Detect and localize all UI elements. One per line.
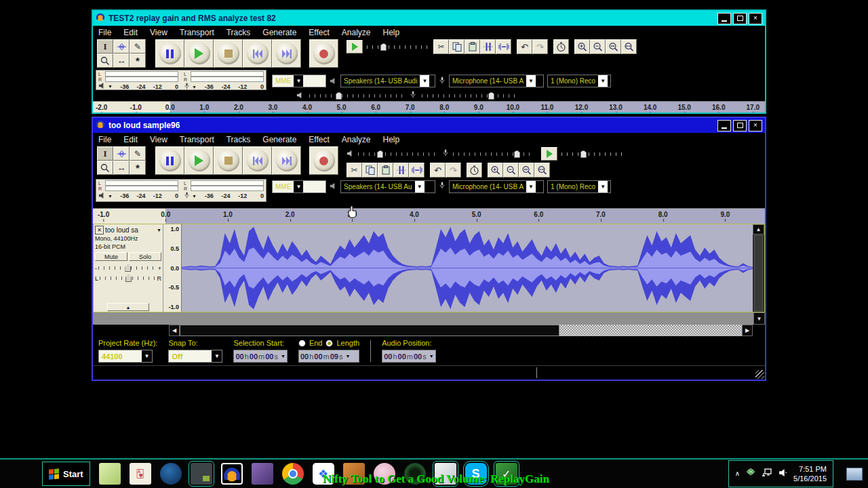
selection-start-field[interactable]: 00h00m00s▼ [233, 350, 287, 363]
fit-selection-button[interactable] [606, 39, 621, 54]
multi-tool-button[interactable]: * [130, 161, 146, 175]
input-device-select[interactable]: Microphone (14- USB A▼ [449, 75, 544, 87]
snap-to-select[interactable]: Off▼ [168, 350, 222, 363]
horizontal-scroll-track[interactable] [559, 325, 742, 336]
undo-button[interactable]: ↶ [430, 163, 446, 178]
input-meter[interactable]: LR▼-36-24-120 [184, 180, 264, 201]
titlebar-test2[interactable]: TEST2 replay gain and RMS analyze test 8… [93, 11, 765, 26]
close-icon[interactable]: × [749, 13, 762, 24]
taskbar-icon-solitaire[interactable]: 🂱 [130, 463, 151, 485]
timeline-ruler[interactable]: -1.00.01.02.03.04.05.06.07.08.09.0 [93, 208, 765, 224]
copy-button[interactable] [449, 39, 465, 54]
maximize-icon[interactable] [733, 13, 747, 24]
zoom-in-button[interactable] [574, 39, 590, 54]
output-volume-slider[interactable] [309, 92, 404, 100]
redo-button[interactable]: ↷ [532, 39, 548, 54]
chevron-down-icon[interactable]: ▼ [108, 84, 113, 89]
chevron-down-icon[interactable]: ▼ [108, 194, 113, 199]
tray-expand-chevron-icon[interactable]: ∧ [735, 471, 740, 476]
end-radio[interactable] [298, 340, 306, 347]
silence-audio-button[interactable] [409, 163, 425, 178]
output-volume-slider[interactable] [358, 150, 438, 159]
menu-edit[interactable]: Edit [123, 135, 138, 144]
input-channels-select[interactable]: 1 (Mono) Reco▼ [547, 180, 611, 193]
output-meter[interactable]: LR▼-36-24-120 [98, 71, 178, 89]
menu-effect[interactable]: Effect [309, 28, 329, 37]
cut-button[interactable]: ✂ [347, 163, 362, 178]
taskbar-icon-audacity[interactable] [221, 463, 243, 485]
envelope-tool-button[interactable] [113, 146, 130, 161]
fit-project-button[interactable] [621, 39, 637, 54]
zoom-tool-button[interactable] [97, 54, 113, 68]
fit-selection-button[interactable] [519, 163, 534, 178]
taskbar-icon-chrome[interactable] [282, 463, 304, 485]
draw-tool-button[interactable]: ✎ [130, 39, 146, 54]
transcription-play-button[interactable] [347, 40, 363, 54]
skip-to-end-button[interactable] [272, 146, 301, 175]
menu-tracks[interactable]: Tracks [226, 135, 251, 144]
stop-button[interactable] [214, 39, 243, 68]
menu-analyze[interactable]: Analyze [342, 28, 371, 37]
track-menu-chevron-down-icon[interactable]: ▼ [157, 228, 161, 232]
taskbar-icon-notes[interactable] [99, 463, 121, 485]
scroll-right-icon[interactable]: ▶ [742, 325, 753, 336]
menu-tracks[interactable]: Tracks [226, 28, 251, 37]
show-desktop-button[interactable] [846, 468, 863, 481]
menu-transport[interactable]: Transport [180, 28, 214, 37]
solo-button[interactable]: Solo [129, 252, 161, 261]
waveform-display[interactable] [181, 224, 753, 312]
skip-to-end-button[interactable] [272, 39, 301, 68]
close-icon[interactable]: × [749, 120, 762, 131]
pause-button[interactable] [155, 146, 184, 175]
zoom-in-button[interactable] [488, 163, 503, 178]
audio-position-field[interactable]: 00h00m00s▼ [382, 350, 435, 363]
paste-button[interactable] [465, 39, 480, 54]
track-gain-slider[interactable] [98, 264, 157, 272]
selection-tool-button[interactable]: I [97, 39, 113, 54]
record-button[interactable] [309, 146, 338, 175]
horizontal-scroll-thumb[interactable] [180, 325, 559, 336]
redo-button[interactable]: ↷ [446, 163, 461, 178]
chevron-down-icon[interactable]: ▼ [192, 85, 197, 89]
audio-host-select[interactable]: MME▼ [272, 75, 326, 87]
menu-effect[interactable]: Effect [309, 135, 329, 144]
output-device-select[interactable]: Speakers (14- USB Audi▼ [340, 75, 435, 87]
timer-button[interactable] [553, 39, 569, 54]
silence-audio-button[interactable] [496, 39, 511, 54]
zoom-out-button[interactable] [590, 39, 606, 54]
taskbar-icon-audio-folder[interactable] [191, 463, 212, 485]
network-icon[interactable] [762, 468, 772, 480]
timeshift-tool-button[interactable]: ↔ [113, 54, 130, 68]
copy-button[interactable] [362, 163, 378, 178]
length-radio[interactable] [326, 340, 333, 347]
input-meter[interactable]: LR▼-36-24-120 [184, 71, 264, 89]
output-meter[interactable]: LR▼-36-24-120 [98, 180, 178, 201]
cut-button[interactable]: ✂ [433, 39, 449, 54]
track-close-icon[interactable]: ✕ [95, 226, 104, 235]
input-device-select[interactable]: Microphone (14- USB A▼ [449, 180, 544, 193]
skip-to-start-button[interactable] [243, 146, 272, 175]
chevron-down-icon[interactable]: ▼ [192, 194, 197, 199]
trim-audio-button[interactable] [480, 39, 496, 54]
maximize-icon[interactable] [733, 120, 747, 131]
scroll-left-icon[interactable]: ◀ [169, 325, 180, 336]
scroll-down-icon[interactable]: ▼ [753, 312, 765, 325]
input-channels-select[interactable]: 1 (Mono) Reco▼ [547, 75, 611, 87]
undo-button[interactable]: ↶ [517, 39, 532, 54]
resize-grip[interactable] [755, 370, 764, 379]
minimize-icon[interactable] [717, 120, 731, 131]
menu-generate[interactable]: Generate [262, 28, 296, 37]
track-pan-slider[interactable] [100, 274, 155, 283]
selection-length-field[interactable]: 00h00m09s▼ [298, 350, 359, 363]
timeline-ruler[interactable]: -2.0-1.00.01.02.03.04.05.06.07.08.09.010… [93, 101, 765, 114]
horizontal-scrollbar[interactable]: ◀ ▶ [93, 325, 765, 336]
zoom-tool-button[interactable] [97, 161, 113, 175]
menu-generate[interactable]: Generate [262, 135, 296, 144]
stop-button[interactable] [214, 146, 243, 175]
audio-host-select[interactable]: MME▼ [272, 180, 326, 193]
vertical-scroll-thumb[interactable] [754, 235, 763, 311]
tray-clock[interactable]: 7:51 PM 5/16/2015 [793, 464, 827, 484]
menu-help[interactable]: Help [383, 28, 400, 37]
minimize-icon[interactable] [717, 13, 731, 24]
draw-tool-button[interactable]: ✎ [130, 146, 146, 161]
